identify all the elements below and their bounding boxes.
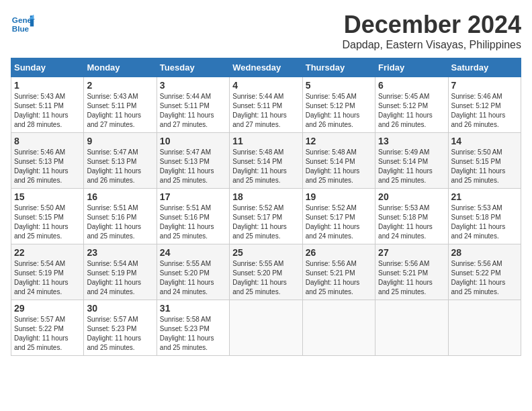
day-number: 25 xyxy=(232,247,299,258)
day-number: 24 xyxy=(160,247,226,258)
calendar-cell xyxy=(230,300,302,356)
day-number: 15 xyxy=(14,191,81,202)
calendar-cell: 20 Sunrise: 5:53 AMSunset: 5:18 PMDaylig… xyxy=(375,189,448,244)
calendar-cell: 4 Sunrise: 5:44 AMSunset: 5:11 PMDayligh… xyxy=(230,77,302,133)
day-info: Sunrise: 5:52 AMSunset: 5:17 PMDaylight:… xyxy=(232,204,287,240)
day-number: 3 xyxy=(160,80,226,91)
calendar-cell: 5 Sunrise: 5:45 AMSunset: 5:12 PMDayligh… xyxy=(302,77,375,133)
day-number: 5 xyxy=(306,80,372,91)
day-info: Sunrise: 5:51 AMSunset: 5:16 PMDaylight:… xyxy=(87,204,141,240)
day-number: 8 xyxy=(14,136,81,146)
logo: General Blue xyxy=(11,11,35,35)
day-number: 21 xyxy=(451,191,518,202)
day-number: 19 xyxy=(306,191,372,202)
logo-icon: General Blue xyxy=(11,11,35,35)
day-info: Sunrise: 5:45 AMSunset: 5:12 PMDaylight:… xyxy=(378,93,433,128)
calendar-cell: 11 Sunrise: 5:48 AMSunset: 5:14 PMDaylig… xyxy=(230,133,302,189)
calendar-cell: 18 Sunrise: 5:52 AMSunset: 5:17 PMDaylig… xyxy=(230,189,302,244)
calendar-cell: 28 Sunrise: 5:56 AMSunset: 5:22 PMDaylig… xyxy=(448,244,521,300)
day-info: Sunrise: 5:54 AMSunset: 5:19 PMDaylight:… xyxy=(87,260,141,295)
day-number: 31 xyxy=(160,303,226,314)
calendar-week-row: 22 Sunrise: 5:54 AMSunset: 5:19 PMDaylig… xyxy=(11,244,521,300)
day-info: Sunrise: 5:53 AMSunset: 5:18 PMDaylight:… xyxy=(451,204,506,240)
day-info: Sunrise: 5:55 AMSunset: 5:20 PMDaylight:… xyxy=(232,260,287,295)
day-info: Sunrise: 5:52 AMSunset: 5:17 PMDaylight:… xyxy=(306,204,360,240)
day-number: 18 xyxy=(232,191,299,202)
day-number: 9 xyxy=(87,136,153,146)
day-info: Sunrise: 5:43 AMSunset: 5:11 PMDaylight:… xyxy=(14,93,69,128)
calendar-header-row: SundayMondayTuesdayWednesdayThursdayFrid… xyxy=(11,58,521,77)
day-info: Sunrise: 5:56 AMSunset: 5:21 PMDaylight:… xyxy=(306,260,360,295)
day-number: 27 xyxy=(378,247,445,258)
calendar-cell: 13 Sunrise: 5:49 AMSunset: 5:14 PMDaylig… xyxy=(375,133,448,189)
day-number: 26 xyxy=(306,247,372,258)
day-number: 10 xyxy=(160,136,226,146)
header: General Blue December 2024 Dapdap, Easte… xyxy=(11,11,521,51)
day-number: 2 xyxy=(87,80,153,91)
day-info: Sunrise: 5:47 AMSunset: 5:13 PMDaylight:… xyxy=(87,148,141,184)
day-number: 30 xyxy=(87,303,153,314)
day-number: 12 xyxy=(306,136,372,146)
day-number: 7 xyxy=(451,80,518,91)
calendar-cell: 15 Sunrise: 5:50 AMSunset: 5:15 PMDaylig… xyxy=(11,189,84,244)
calendar-cell xyxy=(448,300,521,356)
day-info: Sunrise: 5:58 AMSunset: 5:23 PMDaylight:… xyxy=(160,316,214,351)
calendar-cell: 14 Sunrise: 5:50 AMSunset: 5:15 PMDaylig… xyxy=(448,133,521,189)
title-area: December 2024 Dapdap, Eastern Visayas, P… xyxy=(342,11,521,51)
calendar-cell: 29 Sunrise: 5:57 AMSunset: 5:22 PMDaylig… xyxy=(11,300,84,356)
calendar-cell: 8 Sunrise: 5:46 AMSunset: 5:13 PMDayligh… xyxy=(11,133,84,189)
calendar-cell: 22 Sunrise: 5:54 AMSunset: 5:19 PMDaylig… xyxy=(11,244,84,300)
calendar-cell: 23 Sunrise: 5:54 AMSunset: 5:19 PMDaylig… xyxy=(84,244,157,300)
day-info: Sunrise: 5:43 AMSunset: 5:11 PMDaylight:… xyxy=(87,93,141,128)
day-info: Sunrise: 5:50 AMSunset: 5:15 PMDaylight:… xyxy=(451,148,506,184)
calendar-week-row: 29 Sunrise: 5:57 AMSunset: 5:22 PMDaylig… xyxy=(11,300,521,356)
day-info: Sunrise: 5:57 AMSunset: 5:23 PMDaylight:… xyxy=(87,316,141,351)
calendar-cell: 9 Sunrise: 5:47 AMSunset: 5:13 PMDayligh… xyxy=(84,133,157,189)
day-info: Sunrise: 5:49 AMSunset: 5:14 PMDaylight:… xyxy=(378,148,433,184)
day-info: Sunrise: 5:54 AMSunset: 5:19 PMDaylight:… xyxy=(14,260,69,295)
calendar-cell: 27 Sunrise: 5:56 AMSunset: 5:21 PMDaylig… xyxy=(375,244,448,300)
calendar-cell: 10 Sunrise: 5:47 AMSunset: 5:13 PMDaylig… xyxy=(157,133,229,189)
calendar-cell: 25 Sunrise: 5:55 AMSunset: 5:20 PMDaylig… xyxy=(230,244,302,300)
day-info: Sunrise: 5:53 AMSunset: 5:18 PMDaylight:… xyxy=(378,204,433,240)
calendar-week-row: 15 Sunrise: 5:50 AMSunset: 5:15 PMDaylig… xyxy=(11,189,521,244)
day-of-week-header: Wednesday xyxy=(230,58,302,77)
calendar-week-row: 8 Sunrise: 5:46 AMSunset: 5:13 PMDayligh… xyxy=(11,133,521,189)
day-info: Sunrise: 5:44 AMSunset: 5:11 PMDaylight:… xyxy=(160,93,214,128)
calendar-cell: 1 Sunrise: 5:43 AMSunset: 5:11 PMDayligh… xyxy=(11,77,84,133)
day-info: Sunrise: 5:56 AMSunset: 5:21 PMDaylight:… xyxy=(378,260,433,295)
day-info: Sunrise: 5:45 AMSunset: 5:12 PMDaylight:… xyxy=(306,93,360,128)
day-number: 6 xyxy=(378,80,445,91)
day-number: 20 xyxy=(378,191,445,202)
day-number: 23 xyxy=(87,247,153,258)
day-info: Sunrise: 5:50 AMSunset: 5:15 PMDaylight:… xyxy=(14,204,69,240)
day-number: 11 xyxy=(232,136,299,146)
calendar-cell: 2 Sunrise: 5:43 AMSunset: 5:11 PMDayligh… xyxy=(84,77,157,133)
location-title: Dapdap, Eastern Visayas, Philippines xyxy=(342,39,521,51)
svg-text:Blue: Blue xyxy=(12,24,30,33)
calendar-cell: 24 Sunrise: 5:55 AMSunset: 5:20 PMDaylig… xyxy=(157,244,229,300)
calendar-cell: 17 Sunrise: 5:51 AMSunset: 5:16 PMDaylig… xyxy=(157,189,229,244)
day-of-week-header: Friday xyxy=(375,58,448,77)
day-info: Sunrise: 5:48 AMSunset: 5:14 PMDaylight:… xyxy=(232,148,287,184)
day-number: 14 xyxy=(451,136,518,146)
day-info: Sunrise: 5:56 AMSunset: 5:22 PMDaylight:… xyxy=(451,260,506,295)
calendar-week-row: 1 Sunrise: 5:43 AMSunset: 5:11 PMDayligh… xyxy=(11,77,521,133)
calendar-cell: 26 Sunrise: 5:56 AMSunset: 5:21 PMDaylig… xyxy=(302,244,375,300)
calendar-cell xyxy=(375,300,448,356)
day-info: Sunrise: 5:44 AMSunset: 5:11 PMDaylight:… xyxy=(232,93,287,128)
day-of-week-header: Sunday xyxy=(11,58,84,77)
calendar-body: 1 Sunrise: 5:43 AMSunset: 5:11 PMDayligh… xyxy=(11,77,521,356)
calendar-cell: 21 Sunrise: 5:53 AMSunset: 5:18 PMDaylig… xyxy=(448,189,521,244)
day-number: 22 xyxy=(14,247,81,258)
day-number: 16 xyxy=(87,191,153,202)
day-info: Sunrise: 5:47 AMSunset: 5:13 PMDaylight:… xyxy=(160,148,214,184)
calendar-cell: 19 Sunrise: 5:52 AMSunset: 5:17 PMDaylig… xyxy=(302,189,375,244)
day-number: 17 xyxy=(160,191,226,202)
day-number: 28 xyxy=(451,247,518,258)
day-info: Sunrise: 5:48 AMSunset: 5:14 PMDaylight:… xyxy=(306,148,360,184)
day-of-week-header: Tuesday xyxy=(157,58,229,77)
calendar-cell: 30 Sunrise: 5:57 AMSunset: 5:23 PMDaylig… xyxy=(84,300,157,356)
month-title: December 2024 xyxy=(342,11,521,39)
calendar-cell: 16 Sunrise: 5:51 AMSunset: 5:16 PMDaylig… xyxy=(84,189,157,244)
